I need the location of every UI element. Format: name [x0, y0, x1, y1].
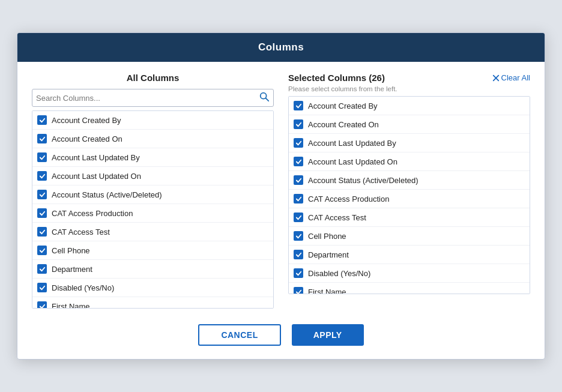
list-item[interactable]: CAT Access Test	[32, 223, 273, 241]
right-panel: Selected Columns (26) Clear All Please s…	[288, 73, 530, 309]
right-panel-header: Selected Columns (26) Clear All	[288, 73, 530, 83]
list-item-label: Account Created By	[308, 101, 378, 110]
clear-all-label: Clear All	[501, 73, 530, 82]
list-item[interactable]: Department	[289, 246, 530, 264]
checkbox-icon	[37, 283, 47, 292]
checkbox-icon	[294, 287, 303, 294]
search-icon	[259, 91, 270, 104]
list-item[interactable]: Department	[32, 260, 273, 279]
list-item[interactable]: Disabled (Yes/No)	[289, 264, 530, 283]
list-item-label: Account Created By	[52, 116, 121, 125]
cancel-button[interactable]: CANCEL	[198, 324, 280, 346]
list-item-label: Department	[52, 265, 92, 274]
list-item-label: Account Created On	[308, 120, 379, 129]
list-item-label: CAT Access Test	[308, 213, 366, 222]
checkbox-icon	[37, 227, 47, 237]
right-panel-title: Selected Columns (26)	[288, 73, 385, 83]
list-item-label: Cell Phone	[308, 232, 346, 241]
checkbox-icon	[294, 250, 303, 259]
list-item-label: CAT Access Production	[308, 194, 389, 204]
list-item[interactable]: Account Status (Active/Deleted)	[32, 185, 273, 204]
list-item[interactable]: Account Last Updated On	[32, 167, 273, 185]
list-item[interactable]: CAT Access Production	[32, 204, 273, 223]
list-item-label: Account Last Updated By	[52, 153, 140, 162]
list-item[interactable]: First Name	[289, 283, 530, 294]
checkbox-icon	[294, 231, 303, 241]
list-item[interactable]: Account Created By	[289, 97, 530, 115]
checkbox-icon	[37, 171, 47, 181]
apply-button[interactable]: APPLY	[292, 324, 364, 346]
list-item-label: Account Last Updated On	[52, 172, 141, 181]
list-item-label: Account Status (Active/Deleted)	[308, 176, 418, 185]
left-list-container: Account Created By Account Created On Ac…	[32, 110, 274, 309]
list-item-label: CAT Access Production	[52, 209, 133, 218]
list-item-label: Department	[308, 250, 349, 259]
modal-footer: CANCEL APPLY	[17, 313, 545, 359]
list-item-label: Account Last Updated On	[308, 157, 397, 166]
list-item[interactable]: Account Status (Active/Deleted)	[289, 171, 530, 190]
list-item[interactable]: Disabled (Yes/No)	[32, 279, 273, 297]
list-item[interactable]: Account Last Updated By	[32, 148, 273, 167]
left-panel-title: All Columns	[32, 73, 274, 83]
list-item-label: Disabled (Yes/No)	[52, 283, 114, 292]
modal-title: Columns	[258, 41, 304, 53]
list-item-label: Cell Phone	[52, 246, 90, 255]
svg-line-1	[266, 98, 269, 101]
checkbox-icon	[37, 190, 47, 199]
list-item[interactable]: Account Created On	[289, 115, 530, 134]
checkbox-icon	[37, 115, 47, 125]
list-item-label: First Name	[52, 302, 90, 309]
list-item-label: Account Created On	[52, 134, 122, 143]
checkbox-icon	[37, 246, 47, 255]
list-item-label: Account Status (Active/Deleted)	[52, 190, 162, 199]
search-box[interactable]	[32, 89, 274, 107]
columns-modal: Columns All Columns	[17, 32, 545, 360]
list-item[interactable]: Cell Phone	[289, 227, 530, 246]
checkbox-icon	[294, 157, 303, 166]
search-input[interactable]	[36, 94, 259, 103]
checkbox-icon	[37, 301, 47, 309]
checkbox-icon	[37, 152, 47, 162]
checkbox-icon	[37, 208, 47, 218]
list-item[interactable]: CAT Access Production	[289, 190, 530, 208]
list-item[interactable]: Account Created On	[32, 130, 273, 148]
list-item[interactable]: Account Last Updated By	[289, 134, 530, 152]
list-item-label: CAT Access Test	[52, 228, 110, 237]
list-item-label: First Name	[308, 288, 346, 295]
modal-header: Columns	[17, 33, 545, 62]
list-item[interactable]: First Name	[32, 297, 273, 309]
list-item[interactable]: Account Created By	[32, 111, 273, 130]
checkbox-icon	[294, 138, 303, 148]
list-item[interactable]: Account Last Updated On	[289, 152, 530, 171]
list-item-label: Disabled (Yes/No)	[308, 269, 370, 278]
checkbox-icon	[294, 194, 303, 204]
modal-body: All Columns	[17, 62, 545, 313]
checkbox-icon	[294, 119, 303, 129]
clear-all-button[interactable]: Clear All	[492, 73, 530, 82]
list-item[interactable]: Cell Phone	[32, 241, 273, 260]
checkbox-icon	[37, 264, 47, 274]
checkbox-icon	[294, 213, 303, 222]
checkbox-icon	[294, 175, 303, 185]
right-hint: Please select columns from the left.	[288, 85, 530, 92]
checkbox-icon	[294, 268, 303, 278]
modal-wrapper: Columns All Columns	[0, 0, 562, 392]
list-item[interactable]: CAT Access Test	[289, 208, 530, 227]
checkbox-icon	[294, 101, 303, 110]
right-list-container: Account Created By Account Created On Ac…	[288, 96, 530, 294]
left-panel: All Columns	[32, 73, 274, 309]
list-item-label: Account Last Updated By	[308, 139, 396, 148]
clear-icon	[492, 74, 500, 82]
checkbox-icon	[37, 134, 47, 143]
